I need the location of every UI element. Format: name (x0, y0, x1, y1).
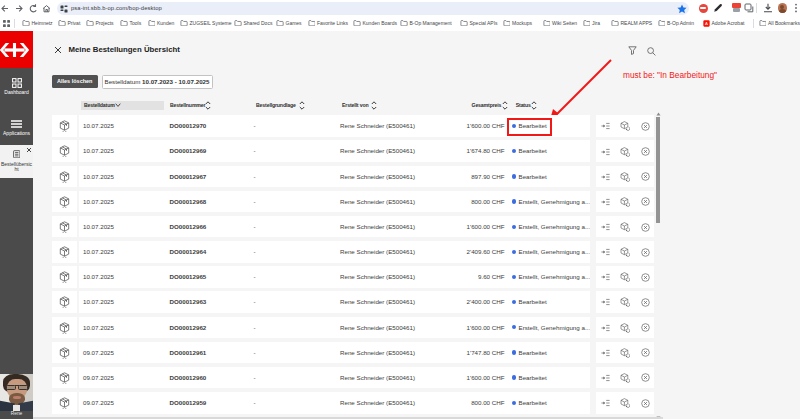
svg-text:A: A (705, 21, 708, 26)
